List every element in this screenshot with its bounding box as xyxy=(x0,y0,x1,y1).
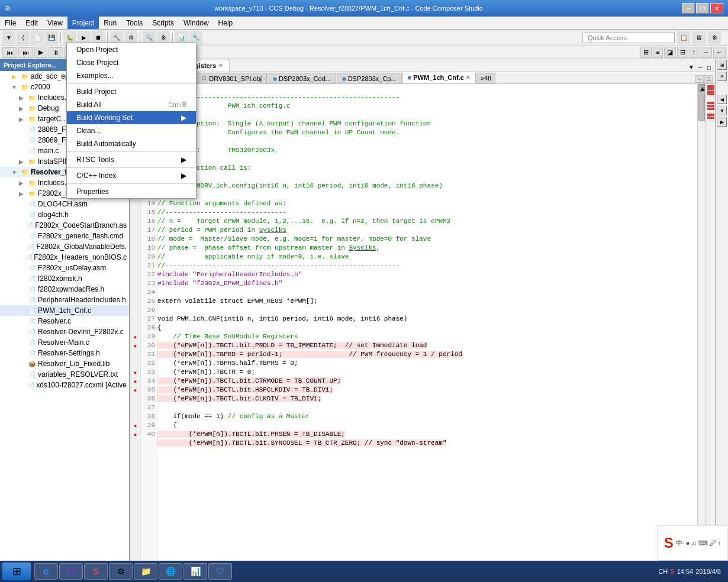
toolbar-right-btn3[interactable]: ◪ xyxy=(664,47,676,58)
tree-item-bmsk[interactable]: 📄 f2802xbmsk.h xyxy=(0,273,129,284)
start-button[interactable]: ⊞ xyxy=(2,562,31,580)
close-button[interactable]: ✕ xyxy=(710,3,723,14)
editor-tab-pwm-active[interactable]: ■ PWM_1ch_Cnf.c ✕ xyxy=(402,72,476,83)
right-icon-1[interactable]: ⊞ xyxy=(717,60,727,70)
menu-item-open-project[interactable]: Open Project xyxy=(67,43,196,56)
tree-item-resolverinit[interactable]: 📄 Resolver-DevInit_F2802x.c xyxy=(0,326,129,337)
toolbar-right-btn7[interactable]: ← xyxy=(713,47,726,58)
menu-item-build-working-set[interactable]: Build Working Set ▶ xyxy=(67,111,196,124)
tree-label-c2000: c2000 xyxy=(31,83,50,91)
minimize-button[interactable]: ─ xyxy=(682,3,695,14)
tray-date: 2018/4/8 xyxy=(695,568,721,575)
tree-item-resolvermain[interactable]: 📄 Resolver-Main.c xyxy=(0,337,129,348)
tree-item-variables[interactable]: 📄 variables_RESOLVER.txt xyxy=(0,369,129,380)
taskbar-app-7[interactable]: 📊 xyxy=(183,563,207,580)
tree-item-dlog4ch-asm[interactable]: 📄 DLOG4CH.asm xyxy=(0,199,129,209)
menu-window[interactable]: Window xyxy=(179,17,214,29)
tree-item-periph[interactable]: 📄 PeripheralHeaderIncludes.h xyxy=(0,295,129,305)
toolbar-btn-1[interactable]: ▼ xyxy=(2,31,15,44)
menu-tools[interactable]: Tools xyxy=(121,17,147,29)
tree-item-pwm1ch[interactable]: 📄 PWM_1ch_Cnf.c xyxy=(0,305,129,316)
vscroll-up-btn[interactable]: ▲ xyxy=(698,84,705,91)
toolbar-debug-btn1[interactable]: ⏮ xyxy=(2,47,17,58)
menu-item-rtsc-tools[interactable]: RTSC Tools ▶ xyxy=(67,153,196,166)
restore-button[interactable]: ❐ xyxy=(696,3,709,14)
menu-item-build-project[interactable]: Build Project xyxy=(67,85,196,98)
menu-run[interactable]: Run xyxy=(99,17,121,29)
taskbar-app-6[interactable]: 🌐 xyxy=(159,563,182,580)
menu-help[interactable]: Help xyxy=(214,17,238,29)
tabs-overflow-btn[interactable]: ▼ xyxy=(686,63,697,72)
vscroll-thumb[interactable] xyxy=(698,91,705,121)
toolbar-debug-btn3[interactable]: ▶ xyxy=(34,47,47,58)
menu-item-build-all[interactable]: Build All Ctrl+B xyxy=(67,98,196,111)
tree-item-codestart[interactable]: 📄 F2802x_CodeStartBranch.as xyxy=(0,220,129,231)
editor-tab-drv[interactable]: ⚙ DRV8301_SPI.obj xyxy=(196,73,267,83)
annotation-mark-7 xyxy=(707,117,714,119)
tree-item-globalvar[interactable]: 📄 F2802x_GlobalVariableDefs. xyxy=(0,241,129,252)
menu-item-build-auto[interactable]: Build Automatically xyxy=(67,137,196,150)
gutter-line-20 xyxy=(130,253,140,261)
tree-item-xds100[interactable]: 📄 xds100-f28027.ccxml [Active xyxy=(0,380,129,390)
taskbar-app-s[interactable]: S xyxy=(84,563,108,580)
right-annotation-panel xyxy=(706,84,715,582)
tab-registers-close[interactable]: ✕ xyxy=(218,63,223,69)
toolbar-right-btn5[interactable]: ↑ xyxy=(690,47,699,58)
menu-edit[interactable]: Edit xyxy=(21,17,43,29)
tree-item-resolverlib[interactable]: 📦 Resolver_Lib_Fixed.lib xyxy=(0,358,129,369)
menu-scripts[interactable]: Scripts xyxy=(147,17,179,29)
toolbar-btn-save[interactable]: 💾 xyxy=(45,31,58,44)
editor-tab-min-btn[interactable]: ─ xyxy=(695,75,704,83)
menu-item-examples[interactable]: Examples... xyxy=(67,69,196,82)
icon-resolver: ▼ xyxy=(9,167,19,177)
right-icon-2[interactable]: ≡ xyxy=(717,72,727,81)
toolbar-right-btn4[interactable]: ⊟ xyxy=(677,47,688,58)
app7-icon: 📊 xyxy=(191,567,201,576)
toolbar-debug-btn4[interactable]: ⏸ xyxy=(49,47,63,58)
right-icon-4[interactable]: ▼ xyxy=(717,106,727,115)
quick-access-input[interactable] xyxy=(582,33,675,43)
code-content[interactable]: //--------------------------------------… xyxy=(157,84,697,582)
toolbar-btn-new[interactable]: 📄 xyxy=(31,31,44,44)
icon-28069a xyxy=(17,125,26,134)
taskbar-app-vs[interactable]: VS xyxy=(59,563,83,580)
tree-item-resolverc[interactable]: 📄 Resolver.c xyxy=(0,316,129,326)
editor-vscrollbar[interactable]: ▲ ▼ xyxy=(697,84,706,582)
tab-max-btn[interactable]: □ xyxy=(706,64,713,72)
menu-item-cpp-index[interactable]: C/C++ Index ▶ xyxy=(67,169,196,182)
tab-close-pwm[interactable]: ✕ xyxy=(466,75,471,80)
right-icon-3[interactable]: ◀ xyxy=(717,95,727,104)
tree-label-resolverinit: Resolver-DevInit_F2802x.c xyxy=(38,328,124,336)
editor-tab-max-btn[interactable]: □ xyxy=(704,75,713,83)
toolbar-right-btn1[interactable]: ⊞ xyxy=(640,47,652,58)
taskbar-ie[interactable]: e xyxy=(34,563,58,580)
menu-item-properties[interactable]: Properties xyxy=(67,185,196,198)
editor-tab-dsp2[interactable]: ■ DSP2803x_Cp... xyxy=(337,73,402,83)
annotation-mark-2 xyxy=(707,90,714,95)
toolbar-right-btn6[interactable]: → xyxy=(700,47,712,58)
editor-tab-overflow[interactable]: »48 xyxy=(476,73,495,83)
toolbar-btn-2[interactable]: ⟨ xyxy=(17,31,30,44)
toolbar-debug-btn2[interactable]: ⏭ xyxy=(18,47,33,58)
tree-item-dlog4ch-h[interactable]: 📄 dlog4ch.h xyxy=(0,209,129,220)
editor-tab-dsp1[interactable]: ■ DSP2803x_Cod... xyxy=(268,73,336,83)
right-icon-5[interactable]: ▶ xyxy=(717,117,727,127)
tree-item-resolversettings[interactable]: 📄 Resolver-Settings.h xyxy=(0,348,129,358)
menu-item-clean[interactable]: Clean... xyxy=(67,124,196,137)
tree-item-flash-cmd[interactable]: 📄 F2802x_generic_flash.cmd xyxy=(0,231,129,241)
menu-file[interactable]: File xyxy=(0,17,21,29)
taskbar-app-8[interactable]: 🛡 xyxy=(208,563,232,580)
tree-item-pwmdac[interactable]: 📄 f2802xpwmdacRes.h xyxy=(0,284,129,295)
toolbar-perspective-btn3[interactable]: ⚙ xyxy=(708,31,721,44)
taskbar-app-gear[interactable]: ⚙ xyxy=(109,563,133,580)
menu-view[interactable]: View xyxy=(43,17,67,29)
menu-project[interactable]: Project xyxy=(67,17,99,29)
toolbar-perspective-btn1[interactable]: 📋 xyxy=(677,31,690,44)
tree-item-headers[interactable]: 📄 F2802x_Headers_nonBIOS.c xyxy=(0,252,129,263)
toolbar-perspective-btn2[interactable]: 🖥 xyxy=(692,31,706,44)
tree-item-usdelay[interactable]: 📄 F2802x_usDelay.asm xyxy=(0,263,129,273)
toolbar-right-btn2[interactable]: ≡ xyxy=(653,47,662,58)
menu-item-close-project[interactable]: Close Project xyxy=(67,56,196,69)
tab-min-btn[interactable]: ─ xyxy=(697,64,704,72)
taskbar-app-folder[interactable]: 📁 xyxy=(134,563,157,580)
